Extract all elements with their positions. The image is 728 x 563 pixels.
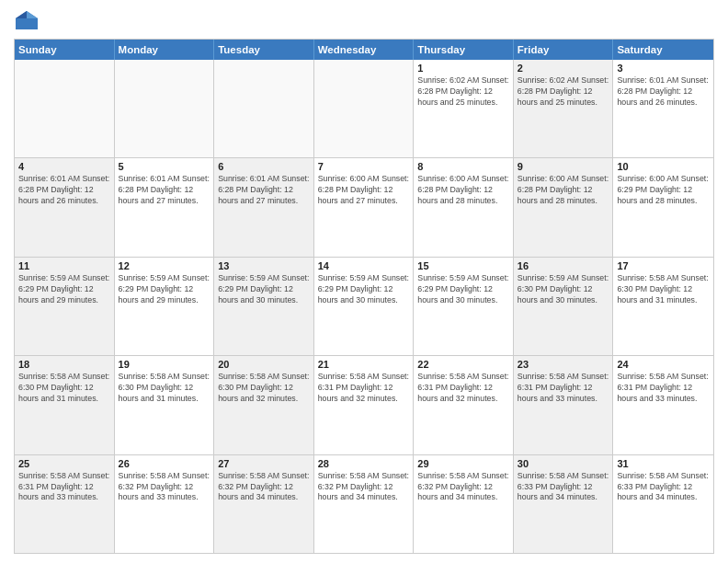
day-number: 1 bbox=[417, 63, 509, 74]
day-info: Sunrise: 6:00 AM Sunset: 6:29 PM Dayligh… bbox=[617, 174, 710, 207]
calendar-header-saturday: Saturday bbox=[613, 40, 713, 60]
calendar-cell: 1Sunrise: 6:02 AM Sunset: 6:28 PM Daylig… bbox=[414, 60, 514, 157]
calendar-cell: 12Sunrise: 5:59 AM Sunset: 6:29 PM Dayli… bbox=[115, 258, 215, 355]
day-info: Sunrise: 5:59 AM Sunset: 6:29 PM Dayligh… bbox=[417, 273, 509, 306]
calendar-cell: 22Sunrise: 5:58 AM Sunset: 6:31 PM Dayli… bbox=[414, 356, 514, 454]
day-info: Sunrise: 5:59 AM Sunset: 6:30 PM Dayligh… bbox=[518, 273, 609, 306]
day-number: 8 bbox=[417, 161, 509, 172]
day-info: Sunrise: 5:59 AM Sunset: 6:29 PM Dayligh… bbox=[119, 273, 210, 306]
calendar-cell: 26Sunrise: 5:58 AM Sunset: 6:32 PM Dayli… bbox=[115, 455, 215, 553]
day-number: 18 bbox=[18, 359, 110, 370]
logo bbox=[14, 9, 43, 31]
header bbox=[14, 9, 714, 31]
calendar-week-5: 25Sunrise: 5:58 AM Sunset: 6:31 PM Dayli… bbox=[15, 454, 713, 553]
day-info: Sunrise: 5:58 AM Sunset: 6:32 PM Dayligh… bbox=[119, 471, 210, 504]
day-number: 24 bbox=[617, 359, 710, 370]
calendar-cell: 24Sunrise: 5:58 AM Sunset: 6:31 PM Dayli… bbox=[613, 356, 713, 454]
calendar-cell: 15Sunrise: 5:59 AM Sunset: 6:29 PM Dayli… bbox=[414, 258, 514, 355]
calendar-cell: 20Sunrise: 5:58 AM Sunset: 6:30 PM Dayli… bbox=[214, 356, 314, 454]
calendar-cell: 29Sunrise: 5:58 AM Sunset: 6:32 PM Dayli… bbox=[414, 455, 514, 553]
calendar-cell bbox=[314, 60, 415, 157]
calendar-cell: 16Sunrise: 5:59 AM Sunset: 6:30 PM Dayli… bbox=[514, 258, 614, 355]
calendar-cell: 23Sunrise: 5:58 AM Sunset: 6:31 PM Dayli… bbox=[514, 356, 614, 454]
day-number: 3 bbox=[617, 63, 710, 74]
day-number: 31 bbox=[617, 458, 710, 469]
calendar-cell: 5Sunrise: 6:01 AM Sunset: 6:28 PM Daylig… bbox=[115, 158, 215, 256]
day-info: Sunrise: 6:01 AM Sunset: 6:28 PM Dayligh… bbox=[119, 174, 210, 207]
day-info: Sunrise: 5:58 AM Sunset: 6:31 PM Dayligh… bbox=[318, 372, 410, 405]
day-number: 13 bbox=[218, 260, 310, 271]
day-info: Sunrise: 5:58 AM Sunset: 6:33 PM Dayligh… bbox=[617, 471, 710, 504]
calendar-cell: 9Sunrise: 6:00 AM Sunset: 6:28 PM Daylig… bbox=[514, 158, 614, 256]
calendar-cell: 28Sunrise: 5:58 AM Sunset: 6:32 PM Dayli… bbox=[314, 455, 415, 553]
day-number: 20 bbox=[218, 359, 310, 370]
calendar-cell: 18Sunrise: 5:58 AM Sunset: 6:30 PM Dayli… bbox=[15, 356, 115, 454]
calendar-week-1: 1Sunrise: 6:02 AM Sunset: 6:28 PM Daylig… bbox=[15, 60, 713, 157]
calendar-cell: 25Sunrise: 5:58 AM Sunset: 6:31 PM Dayli… bbox=[15, 455, 115, 553]
calendar-cell: 11Sunrise: 5:59 AM Sunset: 6:29 PM Dayli… bbox=[15, 258, 115, 355]
calendar-cell: 7Sunrise: 6:00 AM Sunset: 6:28 PM Daylig… bbox=[314, 158, 415, 256]
day-info: Sunrise: 5:58 AM Sunset: 6:30 PM Dayligh… bbox=[218, 372, 310, 405]
svg-marker-1 bbox=[27, 11, 38, 18]
calendar-cell: 6Sunrise: 6:01 AM Sunset: 6:28 PM Daylig… bbox=[214, 158, 314, 256]
day-number: 26 bbox=[119, 458, 210, 469]
day-number: 5 bbox=[119, 161, 210, 172]
calendar: SundayMondayTuesdayWednesdayThursdayFrid… bbox=[14, 39, 714, 554]
calendar-header-thursday: Thursday bbox=[414, 40, 514, 60]
page: SundayMondayTuesdayWednesdayThursdayFrid… bbox=[0, 0, 728, 563]
day-info: Sunrise: 6:02 AM Sunset: 6:28 PM Dayligh… bbox=[417, 75, 509, 109]
day-number: 9 bbox=[518, 161, 609, 172]
day-number: 15 bbox=[417, 260, 509, 271]
calendar-cell: 13Sunrise: 5:59 AM Sunset: 6:29 PM Dayli… bbox=[214, 258, 314, 355]
calendar-cell: 19Sunrise: 5:58 AM Sunset: 6:30 PM Dayli… bbox=[115, 356, 215, 454]
day-number: 29 bbox=[417, 458, 509, 469]
calendar-week-3: 11Sunrise: 5:59 AM Sunset: 6:29 PM Dayli… bbox=[15, 257, 713, 355]
day-info: Sunrise: 5:58 AM Sunset: 6:31 PM Dayligh… bbox=[417, 372, 509, 405]
day-info: Sunrise: 6:00 AM Sunset: 6:28 PM Dayligh… bbox=[518, 174, 609, 207]
day-info: Sunrise: 5:58 AM Sunset: 6:33 PM Dayligh… bbox=[518, 471, 609, 504]
calendar-week-2: 4Sunrise: 6:01 AM Sunset: 6:28 PM Daylig… bbox=[15, 157, 713, 256]
day-number: 25 bbox=[18, 458, 110, 469]
day-number: 11 bbox=[18, 260, 110, 271]
day-number: 17 bbox=[617, 260, 710, 271]
calendar-cell: 4Sunrise: 6:01 AM Sunset: 6:28 PM Daylig… bbox=[15, 158, 115, 256]
day-number: 12 bbox=[119, 260, 210, 271]
day-info: Sunrise: 5:58 AM Sunset: 6:30 PM Dayligh… bbox=[119, 372, 210, 405]
calendar-cell: 3Sunrise: 6:01 AM Sunset: 6:28 PM Daylig… bbox=[613, 60, 713, 157]
calendar-cell: 14Sunrise: 5:59 AM Sunset: 6:29 PM Dayli… bbox=[314, 258, 415, 355]
day-number: 23 bbox=[518, 359, 609, 370]
day-info: Sunrise: 6:00 AM Sunset: 6:28 PM Dayligh… bbox=[417, 174, 509, 207]
day-number: 21 bbox=[318, 359, 410, 370]
day-info: Sunrise: 5:59 AM Sunset: 6:29 PM Dayligh… bbox=[18, 273, 110, 306]
calendar-cell bbox=[15, 60, 115, 157]
calendar-cell: 31Sunrise: 5:58 AM Sunset: 6:33 PM Dayli… bbox=[613, 455, 713, 553]
day-info: Sunrise: 6:01 AM Sunset: 6:28 PM Dayligh… bbox=[18, 174, 110, 207]
day-number: 2 bbox=[518, 63, 609, 74]
day-info: Sunrise: 6:01 AM Sunset: 6:28 PM Dayligh… bbox=[617, 75, 710, 109]
day-info: Sunrise: 5:58 AM Sunset: 6:32 PM Dayligh… bbox=[318, 471, 410, 504]
svg-marker-2 bbox=[16, 11, 27, 18]
day-info: Sunrise: 6:00 AM Sunset: 6:28 PM Dayligh… bbox=[318, 174, 410, 207]
calendar-cell: 30Sunrise: 5:58 AM Sunset: 6:33 PM Dayli… bbox=[514, 455, 614, 553]
day-number: 30 bbox=[518, 458, 609, 469]
day-number: 27 bbox=[218, 458, 310, 469]
day-number: 22 bbox=[417, 359, 509, 370]
day-number: 16 bbox=[518, 260, 609, 271]
calendar-cell: 27Sunrise: 5:58 AM Sunset: 6:32 PM Dayli… bbox=[214, 455, 314, 553]
calendar-cell bbox=[115, 60, 215, 157]
day-info: Sunrise: 5:58 AM Sunset: 6:30 PM Dayligh… bbox=[617, 273, 710, 306]
calendar-cell: 10Sunrise: 6:00 AM Sunset: 6:29 PM Dayli… bbox=[613, 158, 713, 256]
day-info: Sunrise: 6:02 AM Sunset: 6:28 PM Dayligh… bbox=[518, 75, 609, 109]
calendar-cell: 2Sunrise: 6:02 AM Sunset: 6:28 PM Daylig… bbox=[514, 60, 614, 157]
day-number: 6 bbox=[218, 161, 310, 172]
day-info: Sunrise: 5:58 AM Sunset: 6:31 PM Dayligh… bbox=[18, 471, 110, 504]
calendar-header-wednesday: Wednesday bbox=[314, 40, 415, 60]
calendar-header-tuesday: Tuesday bbox=[214, 40, 314, 60]
day-number: 7 bbox=[318, 161, 410, 172]
day-info: Sunrise: 5:59 AM Sunset: 6:29 PM Dayligh… bbox=[218, 273, 310, 306]
day-number: 4 bbox=[18, 161, 110, 172]
calendar-cell: 17Sunrise: 5:58 AM Sunset: 6:30 PM Dayli… bbox=[613, 258, 713, 355]
calendar-cell bbox=[214, 60, 314, 157]
day-info: Sunrise: 6:01 AM Sunset: 6:28 PM Dayligh… bbox=[218, 174, 310, 207]
day-number: 10 bbox=[617, 161, 710, 172]
